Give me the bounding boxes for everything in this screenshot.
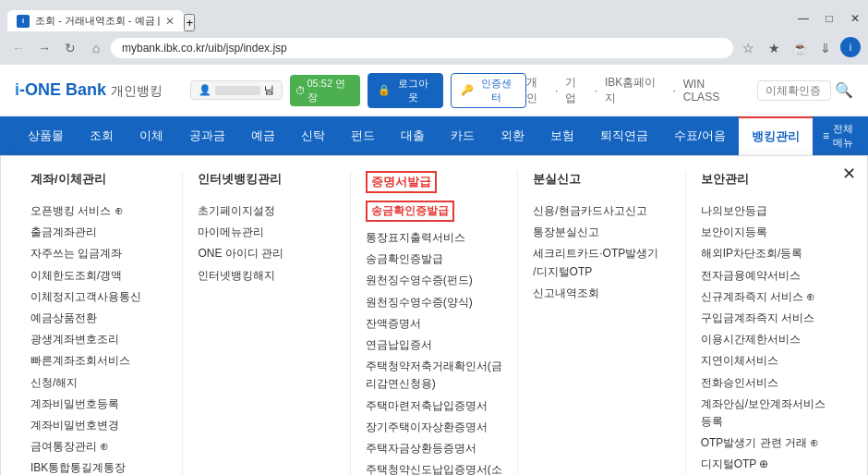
col-internet-banking: 인터넷뱅킹관리 초기페이지설정 마이메뉴관리 ONE 아이디 관리 인터넷뱅킹해… <box>183 171 350 475</box>
forward-btn[interactable]: → <box>33 37 55 59</box>
item-purchase-notice[interactable]: 구입금계좌즉지 서비스 <box>701 308 838 329</box>
item-passbook-report[interactable]: 통장분실신고 <box>533 222 669 243</box>
back-btn[interactable]: ← <box>7 37 30 59</box>
menu-icon: ≡ <box>823 129 829 142</box>
nav-item-card[interactable]: 카드 <box>438 116 488 155</box>
item-frequent-accounts[interactable]: 자주쓰는 입금계좌 <box>30 243 167 264</box>
nav-item-deposit[interactable]: 예금 <box>238 116 288 155</box>
bookmark-btn[interactable]: ☆ <box>737 37 759 59</box>
col-account-management: 계좌/이체관리 오픈뱅킹 서비스 ⊕ 출금계좌관리 자주쓰는 입금계좌 이체한도… <box>16 171 183 475</box>
item-pw-register[interactable]: 계좌비밀번호등록 <box>30 394 167 415</box>
item-withholding-form[interactable]: 원천징수영수증(양식) <box>366 292 502 313</box>
item-report-history[interactable]: 신고내역조회 <box>533 283 669 304</box>
home-btn[interactable]: ⌂ <box>85 37 107 59</box>
item-card-report[interactable]: 신용/현금카드사고신고 <box>533 201 669 222</box>
item-pension-payment[interactable]: 연금납입증서 <box>366 335 502 356</box>
user-info: 👤 님 <box>190 80 282 100</box>
link-win-class[interactable]: WIN CLASS <box>683 78 742 104</box>
header-search-area: 🔍 <box>757 80 853 101</box>
new-tab-btn[interactable]: + <box>184 14 195 31</box>
item-transfer-limit[interactable]: 이체한도조회/갱액 <box>30 265 167 286</box>
item-phone-approval[interactable]: 전화승인서비스 <box>701 372 838 394</box>
nav-item-utility[interactable]: 공과금 <box>176 116 238 155</box>
col-title-security: 보안관리 <box>701 171 838 191</box>
item-passbook-print[interactable]: 통장표지출력서비스 <box>366 227 502 249</box>
sub-title-text: 송금확인증발급 <box>371 204 449 217</box>
item-otp-manage[interactable]: OTP발생기 관련 거래 ⊕ <box>701 432 838 454</box>
item-security-device[interactable]: 보안이지등록 <box>701 222 838 243</box>
address-bar[interactable] <box>111 38 733 58</box>
bank-header: i-ONE Bank 개인뱅킹 👤 님 ⏱ 05:52 연장 🔒 로그아웃 🔑 … <box>0 65 868 116</box>
nav-item-banking[interactable]: 뱅킹관리 <box>739 116 813 155</box>
tab-close-btn[interactable]: ✕ <box>165 15 175 28</box>
header-search-btn[interactable]: 🔍 <box>835 81 853 99</box>
link-corporate[interactable]: 기업 <box>565 75 586 106</box>
item-housing-savings-payment[interactable]: 주택마련저축납입증명서 <box>366 396 502 417</box>
dropdown-menu: ✕ 계좌/이체관리 오픈뱅킹 서비스 ⊕ 출금계좌관리 자주쓰는 입금계좌 이체… <box>0 155 868 475</box>
item-housing-deduction[interactable]: 주택청약신도납입증명서(소득공제용) <box>366 459 502 475</box>
user-icon: 👤 <box>199 84 211 96</box>
item-initial-page[interactable]: 초기페이지설정 <box>198 201 334 222</box>
maximize-btn[interactable]: □ <box>816 6 842 31</box>
refresh-btn[interactable]: ↻ <box>59 37 81 59</box>
item-cancel-internet[interactable]: 인터넷뱅킹해지 <box>198 265 334 286</box>
profile-btn[interactable]: ★ <box>763 37 785 59</box>
item-time-limit[interactable]: 이용시간제한서비스 <box>701 329 838 350</box>
link-ibk[interactable]: IBK홈페이지 <box>605 75 666 106</box>
browser-chrome: i 조회 - 거래내역조회 - 예금 | ✕ + — □ ✕ ← → ↻ ⌂ ☆… <box>0 0 868 65</box>
header-search-input[interactable] <box>757 80 831 101</box>
tab-favicon: i <box>17 15 30 28</box>
item-security-level[interactable]: 나의보안등급 <box>701 201 838 222</box>
nav-item-transfer[interactable]: 이체 <box>127 116 176 155</box>
item-housing-savings[interactable]: 주택청약저축거래확인서(금리감면신청용) <box>366 356 502 395</box>
nav-item-forex[interactable]: 외환 <box>488 116 537 155</box>
download-btn[interactable]: ⇓ <box>814 37 837 59</box>
item-deposit-convert[interactable]: 예금상품전환 <box>30 308 167 329</box>
item-housing-fund[interactable]: 주택자금상환등증명서 <box>366 438 502 459</box>
item-withdrawal[interactable]: 출금계좌관리 <box>30 222 167 243</box>
item-withholding-fund[interactable]: 원천징수영수증(펀드) <box>366 270 502 291</box>
nav-item-insurance[interactable]: 보험 <box>537 116 587 155</box>
item-overseas-ip[interactable]: 해외IP차단조회/등록 <box>701 243 838 264</box>
item-transfer-stop[interactable]: 이체정지고객사용통신 <box>30 286 167 308</box>
action-btns: ☆ ★ ☕ ⇓ i <box>737 37 861 59</box>
active-tab[interactable]: i 조회 - 거래내역조회 - 예금 | ✕ <box>7 10 184 31</box>
nav-item-check[interactable]: 수표/어음 <box>661 116 739 155</box>
extensions-btn[interactable]: ☕ <box>789 37 811 59</box>
item-digital-otp[interactable]: 디지털OTP ⊕ <box>701 454 838 475</box>
account-btn[interactable]: i <box>840 37 861 57</box>
item-long-term-housing[interactable]: 장기주택이자상환증명서 <box>366 417 502 438</box>
item-one-id[interactable]: ONE 아이디 관리 <box>198 243 334 264</box>
nav-item-loan[interactable]: 대출 <box>388 116 438 155</box>
item-my-menu[interactable]: 마이메뉴관리 <box>198 222 334 243</box>
item-otp-report[interactable]: 세크리트카드·OTP발생기/디지털OTP <box>533 243 669 282</box>
item-remittance-confirm[interactable]: 송금확인증발급 <box>366 249 502 270</box>
link-personal[interactable]: 개인 <box>526 75 548 106</box>
nav-item-pension[interactable]: 퇴직연금 <box>587 116 661 155</box>
item-salary-manage[interactable]: 금여통장관리 ⊕ <box>30 436 167 457</box>
nav-item-trust[interactable]: 신탁 <box>288 116 338 155</box>
item-new-account-notice[interactable]: 신규계좌즉지 서비스 ⊕ <box>701 286 838 308</box>
col-certificate: 증명서발급 송금확인증발급 통장표지출력서비스 송금확인증발급 원천징수영수증(… <box>351 171 518 475</box>
dropdown-close-btn[interactable]: ✕ <box>842 164 856 184</box>
item-account-safe[interactable]: 계좌안심/보안계좌서비스 등록 <box>701 394 838 432</box>
minimize-btn[interactable]: — <box>790 6 816 31</box>
nav-item-inquiry[interactable]: 조회 <box>77 116 127 155</box>
item-apply-cancel[interactable]: 신청/해지 <box>30 372 167 394</box>
item-electronic-reserve[interactable]: 전자금융예약서비스 <box>701 265 838 286</box>
nav-item-products[interactable]: 상품몰 <box>15 116 77 155</box>
all-menu-btn[interactable]: ≡ 전체메뉴 <box>823 122 853 150</box>
cert-btn[interactable]: 🔑 인증센터 <box>451 73 526 108</box>
item-open-banking[interactable]: 오픈뱅킹 서비스 ⊕ <box>30 201 167 222</box>
item-delay-transfer[interactable]: 지연이체서비스 <box>701 350 838 371</box>
browser-toolbar: ← → ↻ ⌂ ☆ ★ ☕ ⇓ i <box>0 31 868 65</box>
nav-item-fund[interactable]: 펀드 <box>338 116 388 155</box>
logout-btn[interactable]: 🔒 로그아웃 <box>368 73 443 108</box>
item-pw-change[interactable]: 계좌비밀번호변경 <box>30 415 167 436</box>
item-balance-cert[interactable]: 잔액증명서 <box>366 313 502 335</box>
close-btn[interactable]: ✕ <box>842 6 868 31</box>
item-fast-inquiry[interactable]: 빠른계좌조회서비스 <box>30 350 167 371</box>
item-account-manage[interactable]: 광생계좌변호조리 <box>30 329 167 350</box>
main-nav: 상품몰 조회 이체 공과금 예금 신탁 펀드 대출 카드 외환 보험 퇴직연금 … <box>0 116 868 155</box>
item-ibk-account[interactable]: IBK통합통길계통장 <box>30 457 167 475</box>
